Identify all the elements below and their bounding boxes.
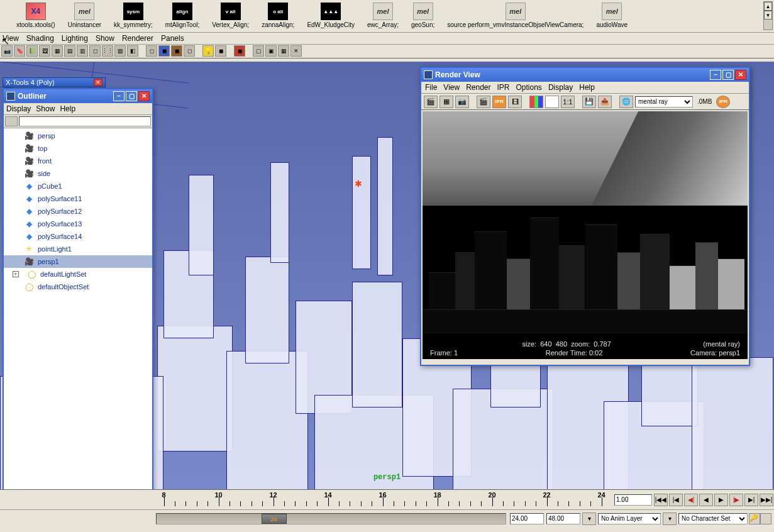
outliner-item[interactable]: ◆polySurface13 [4,218,152,230]
range-end-field[interactable] [546,513,580,524]
outliner-item[interactable]: 🎥front [4,155,152,167]
outliner-item[interactable]: 🎥side [4,167,152,180]
tool-image-icon[interactable]: 🖼 [39,45,50,57]
range-menu-icon[interactable]: ▾ [582,513,596,525]
maximize-button[interactable]: ▢ [722,70,734,80]
range-thumb[interactable]: 24 [262,514,287,524]
outliner-search-input[interactable] [19,116,151,126]
rv-ipr-round-icon[interactable]: IPR [716,96,730,108]
renderview-titlebar[interactable]: Render View – ▢ ✕ [421,68,749,82]
minimize-button[interactable]: – [113,91,124,101]
outliner-filter-icon[interactable] [5,116,18,126]
renderview-menu-item[interactable]: File [425,83,437,92]
panel-menu-item[interactable]: Renderer [122,34,153,43]
goto-end-button[interactable]: ▶▶| [760,494,773,506]
shelf-item[interactable]: melgeoSun; [411,3,434,30]
tool-grid1-icon[interactable]: ▦ [52,45,63,57]
outliner-item[interactable]: ◆polySurface12 [4,205,152,218]
panel-menu-item[interactable]: Shading [26,34,54,43]
outliner-tree[interactable]: 🎥persp🎥top🎥front🎥side◆pCube1◆polySurface… [4,128,152,521]
outliner-item[interactable]: ◆polySurface11 [4,192,152,205]
rv-save-icon[interactable]: 💾 [582,96,596,108]
panel-menu-item[interactable]: View [3,34,19,43]
tool-resolution-gate-icon[interactable]: ▢ [253,45,264,57]
range-start-field[interactable] [510,513,544,524]
tool-shade-icon[interactable]: ◧ [127,45,138,57]
maximize-button[interactable]: ▢ [126,91,137,101]
tool-isolate-icon[interactable]: ◼ [234,45,245,57]
outliner-item[interactable]: ✳pointLight1 [4,243,152,255]
shelf-item[interactable]: ▲▲▲EdW_KludgeCity [307,3,355,30]
outliner-menu-item[interactable]: Display [6,104,31,113]
renderview-menu-item[interactable]: Display [548,83,573,92]
setkey-button[interactable] [760,513,771,524]
rv-one-one-button[interactable]: 1:1 [561,96,575,108]
goto-start-button[interactable]: |◀◀ [654,494,668,506]
tool-bookmark-icon[interactable]: 🔖 [14,45,25,57]
rv-clapboard-icon[interactable]: 🎬 [424,96,438,108]
play-fwd-button[interactable]: ▶ [714,494,728,506]
outliner-item[interactable]: 🎥persp [4,130,152,142]
time-ruler[interactable]: 81012141618202224 [155,491,611,509]
tool-camera-icon[interactable]: 📷 [1,45,13,57]
tool-bulb-icon[interactable]: 💡 [202,45,214,57]
expand-icon[interactable]: + [13,271,19,277]
character-set-select[interactable]: No Character Set [678,513,748,524]
point-light-gizmo-icon[interactable]: ✱ [355,179,363,187]
tool-book-icon[interactable]: 📗 [26,45,38,57]
outliner-item[interactable]: ◆pCube1 [4,180,152,192]
outliner-titlebar[interactable]: Outliner – ▢ ✕ [4,89,152,103]
tool-textured-cube-icon[interactable]: ◼ [171,45,182,57]
render-image-area[interactable]: size: 640 480 zoom: 0.787 (mental ray) F… [423,111,748,359]
shelf-item[interactable]: alignmtAlignTool; [165,3,199,30]
outliner-item[interactable]: ◯defaultObjectSet [4,280,152,293]
tool-safe-icon[interactable]: ▦ [278,45,289,57]
outliner-item[interactable]: ◆polySurface14 [4,230,152,243]
tool-xray-icon[interactable]: ✕ [290,45,302,57]
rv-snapshot-icon[interactable]: 📷 [455,96,469,108]
shelf-item[interactable]: melewc_Array; [367,3,399,30]
shelf-scroll-down-icon[interactable]: ▼ [764,11,772,19]
outliner-item[interactable]: +◯defaultLightSet [4,268,152,280]
rv-ipr-render-icon[interactable]: 🎬 [477,96,490,108]
renderview-menu-item[interactable]: Help [579,83,595,92]
xtools-titlebar[interactable]: X-Tools 4 (Poly) ✕ [3,77,106,87]
outliner-item[interactable]: 🎥persp1 [4,255,152,268]
range-track[interactable]: 24 [156,513,506,524]
tool-frame-icon[interactable]: ◻ [89,45,101,57]
rv-alpha-icon[interactable] [545,96,559,108]
time-slider[interactable]: 81012141618202224 |◀◀ |◀ ◀| ◀ ▶ |▶ ▶| ▶▶… [0,489,774,509]
key-fwd-button[interactable]: |▶ [729,494,743,506]
anim-layer-menu-icon[interactable]: ▾ [663,513,677,525]
outliner-item[interactable]: 🎥top [4,142,152,155]
rv-remove-icon[interactable]: 📤 [598,96,612,108]
renderview-menu-item[interactable]: IPR [497,83,510,92]
rv-renderer-select[interactable]: mental ray [635,96,693,108]
anim-layer-select[interactable]: No Anim Layer [598,513,661,524]
xtools-close-icon[interactable]: ✕ [94,79,102,86]
outliner-menu-item[interactable]: Show [36,104,55,113]
panel-menu-item[interactable]: Panels [161,34,184,43]
shelf-item[interactable]: melsource perform_vmvInstanceObjselViewC… [447,3,583,30]
tool-light-cube-icon[interactable]: ◻ [184,45,195,57]
shelf-item[interactable]: sysmkk_symmetry; [114,3,153,30]
step-back-button[interactable]: |◀ [669,494,683,506]
close-button[interactable]: ✕ [735,70,746,80]
outliner-menu-item[interactable]: Help [60,104,75,113]
tool-dots-icon[interactable]: ⋮⋮ [102,45,113,57]
shelf-item[interactable]: o alizannaAlign; [262,3,294,30]
shelf-item[interactable]: melaudioWave [596,3,627,30]
shelf-scroll[interactable]: ▲ ▼ [763,1,773,30]
autokey-button[interactable]: 🔑 [749,513,760,524]
renderview-menu-item[interactable]: Options [516,83,542,92]
tool-wire-cube-icon[interactable]: ◻ [146,45,157,57]
tool-film-gate-icon[interactable]: ▣ [265,45,277,57]
close-button[interactable]: ✕ [138,91,150,101]
renderview-menu-item[interactable]: Render [466,83,490,92]
minimize-button[interactable]: – [710,70,721,80]
rv-refresh-icon[interactable]: 🎞 [508,96,522,108]
rv-globe-icon[interactable]: 🌐 [619,96,633,108]
renderview-menu-item[interactable]: View [443,83,460,92]
panel-menu-item[interactable]: Show [96,34,114,43]
shelf-item[interactable]: v aliVertex_Align; [212,3,249,30]
